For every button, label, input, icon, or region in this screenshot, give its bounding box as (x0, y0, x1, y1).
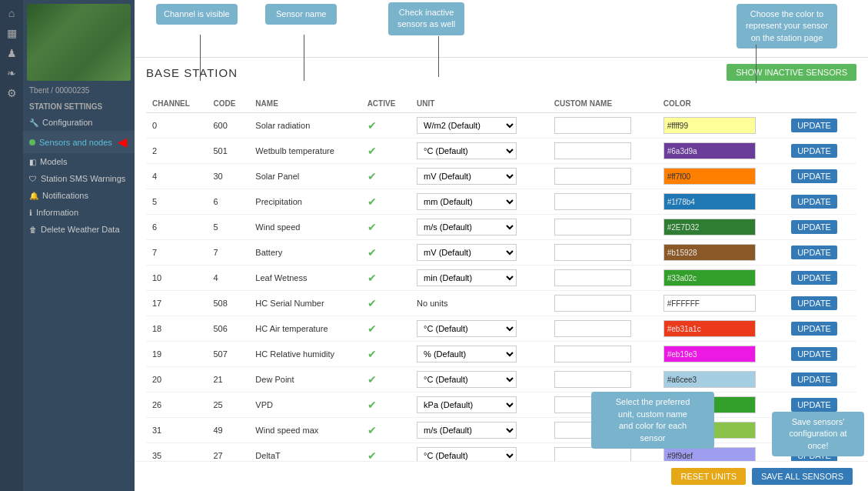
color-swatch[interactable] (663, 244, 756, 261)
unit-select[interactable]: % (Default)% (417, 346, 517, 362)
cell-custom-name (548, 266, 657, 291)
cell-unit: No units (411, 291, 548, 316)
custom-name-input[interactable] (554, 244, 631, 261)
update-button[interactable]: UPDATE (791, 144, 837, 158)
color-input[interactable] (667, 249, 752, 257)
user-icon[interactable]: ♟ (4, 44, 20, 62)
cell-name: DeltaT (249, 443, 361, 462)
color-swatch[interactable] (663, 193, 756, 210)
custom-name-input[interactable] (554, 320, 631, 337)
sidebar-item-information[interactable]: ℹ Information (23, 204, 135, 221)
color-input[interactable] (667, 299, 752, 308)
station-image (27, 4, 131, 81)
show-inactive-button[interactable]: SHOW INACTIVE SENSORS (727, 64, 856, 81)
unit-select[interactable]: m/s (Default)m/skm/hmph (417, 422, 517, 439)
sidebar-item-delete[interactable]: 🗑 Delete Weather Data (23, 221, 135, 238)
color-swatch[interactable] (663, 320, 756, 337)
unit-select[interactable]: kPa (Default)kPahPa (417, 396, 517, 413)
update-button[interactable]: UPDATE (791, 372, 837, 386)
custom-name-input[interactable] (554, 168, 631, 185)
color-input[interactable] (667, 198, 752, 206)
update-button[interactable]: UPDATE (791, 296, 837, 310)
custom-name-input[interactable] (554, 142, 631, 159)
cell-update: UPDATE (785, 367, 856, 392)
custom-name-input[interactable] (554, 295, 631, 312)
sidebar-item-sensors[interactable]: Sensors and nodes ◀ (23, 131, 135, 153)
red-arrow-icon: ◀ (118, 135, 127, 149)
unit-select[interactable]: m/s (Default)m/skm/hmph (417, 219, 517, 235)
sidebar-icon-column: ⌂ ▦ ♟ ❧ ⚙ (0, 0, 23, 491)
color-input[interactable] (667, 350, 752, 359)
cell-custom-name (548, 240, 657, 266)
color-swatch[interactable] (663, 219, 756, 235)
color-input[interactable] (667, 172, 752, 181)
custom-name-input[interactable] (554, 371, 631, 388)
color-input[interactable] (667, 122, 752, 130)
update-button[interactable]: UPDATE (791, 195, 837, 209)
cell-custom-name (548, 189, 657, 215)
cell-active: ✔ (361, 418, 411, 443)
unit-select[interactable]: W/m2 (Default)W/m2MJ/m2 (417, 117, 517, 134)
cell-custom-name (548, 139, 657, 164)
gear-icon[interactable]: ⚙ (4, 84, 20, 102)
cell-code: 506 (207, 316, 249, 342)
unit-select[interactable]: mm (Default)mmin (417, 193, 517, 210)
sidebar-user: Tbent / 00000235 (23, 85, 135, 96)
col-active: ACTIVE (361, 95, 411, 113)
sidebar-item-configuration[interactable]: 🔧 Configuration (23, 114, 135, 131)
color-swatch[interactable] (663, 346, 756, 362)
sidebar-item-models[interactable]: ◧ Models (23, 153, 135, 170)
active-check: ✔ (367, 195, 377, 208)
update-button[interactable]: UPDATE (791, 347, 837, 361)
cell-custom-name (548, 113, 657, 139)
update-button[interactable]: UPDATE (791, 119, 837, 132)
cell-active: ✔ (361, 164, 411, 189)
active-check: ✔ (367, 373, 377, 386)
custom-name-input[interactable] (554, 219, 631, 235)
custom-name-input[interactable] (554, 193, 631, 210)
unit-select[interactable]: mV (Default)mVV (417, 168, 517, 185)
chart-icon[interactable]: ▦ (4, 24, 20, 42)
sidebar-item-notifications[interactable]: 🔔 Notifications (23, 187, 135, 204)
color-input[interactable] (667, 274, 752, 282)
cell-color (657, 113, 785, 139)
color-swatch[interactable] (663, 168, 756, 185)
color-input[interactable] (667, 223, 752, 232)
col-unit: UNIT (411, 95, 548, 113)
color-swatch[interactable] (663, 447, 756, 461)
col-custom-name: CUSTOM NAME (548, 95, 657, 113)
cell-color (657, 266, 785, 291)
color-swatch[interactable] (663, 269, 756, 286)
cell-code: 49 (207, 418, 249, 443)
active-check: ✔ (367, 424, 377, 436)
update-button[interactable]: UPDATE (791, 169, 837, 183)
unit-select[interactable]: °C (Default)°C°F (417, 142, 517, 159)
custom-name-input[interactable] (554, 346, 631, 362)
unit-select[interactable]: °C (Default)°C°F (417, 447, 517, 461)
unit-select[interactable]: min (Default)minh (417, 269, 517, 286)
unit-select[interactable]: °C (Default)°C°F (417, 371, 517, 388)
update-button[interactable]: UPDATE (791, 322, 837, 336)
save-all-sensors-button[interactable]: SAVE ALL SENSORS (752, 468, 853, 485)
leaf-icon[interactable]: ❧ (4, 64, 19, 82)
color-swatch[interactable] (663, 371, 756, 388)
color-swatch[interactable] (663, 117, 756, 134)
unit-select[interactable]: °C (Default)°C°F (417, 320, 517, 337)
custom-name-input[interactable] (554, 447, 631, 461)
custom-name-input[interactable] (554, 269, 631, 286)
sidebar-item-sms[interactable]: 🛡 Station SMS Warnings (23, 170, 135, 187)
reset-units-button[interactable]: RESET UNITS (671, 468, 746, 485)
color-input[interactable] (667, 452, 752, 460)
update-button[interactable]: UPDATE (791, 246, 837, 259)
color-swatch[interactable] (663, 295, 756, 312)
color-input[interactable] (667, 376, 752, 384)
color-input[interactable] (667, 147, 752, 155)
color-swatch[interactable] (663, 142, 756, 159)
update-button[interactable]: UPDATE (791, 220, 837, 234)
color-input[interactable] (667, 325, 752, 333)
unit-select[interactable]: mV (Default)mVV (417, 244, 517, 261)
home-icon[interactable]: ⌂ (5, 4, 18, 22)
custom-name-input[interactable] (554, 117, 631, 134)
update-button[interactable]: UPDATE (791, 398, 837, 412)
update-button[interactable]: UPDATE (791, 271, 837, 285)
